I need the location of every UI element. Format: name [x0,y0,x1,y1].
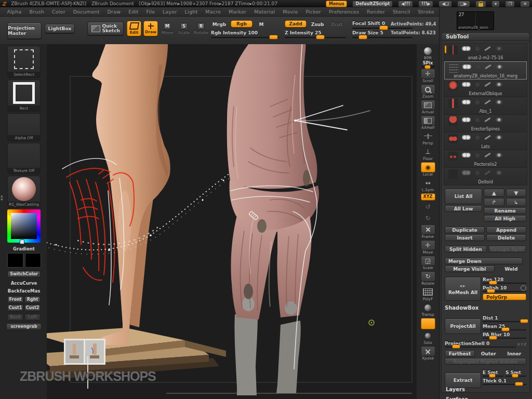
frame-button[interactable]: Frame [421,224,435,239]
subtool-down-icon[interactable]: ▼ [506,189,527,197]
zscript-prev-icon[interactable]: ◀!!! [398,1,413,7]
brush-selector[interactable]: SelectRect [7,46,41,78]
duplicate-button[interactable]: Duplicate [445,227,485,233]
brush-icon[interactable] [484,82,491,87]
polish-slider[interactable]: Polish 10 [483,285,526,292]
surface-palette-header[interactable]: Surface [446,396,468,399]
layers-palette-header[interactable]: Layers [446,387,465,392]
scale-3d-button[interactable]: ◲ Scale [421,256,435,270]
menu-alpha[interactable]: Alpha [3,9,25,15]
uv-icon[interactable] [475,171,480,175]
slider-handle[interactable] [520,319,528,323]
menu-stencil[interactable]: Stencil [389,9,415,15]
spix-slider[interactable]: SPix [421,61,435,68]
s-smt-slider[interactable]: S Smt [506,370,526,377]
subtool-row-selected[interactable]: anatomyZB_skeleton_16_merg [444,61,527,79]
list-all-button[interactable]: List All [445,189,482,204]
projection-master-button[interactable]: Projection Master [7,22,42,39]
brush-icon[interactable] [484,170,491,175]
menu-material[interactable]: Material [250,9,279,15]
polypaint-icon[interactable] [462,82,471,87]
lsym-button[interactable]: ↔ L.Sym [421,178,435,192]
menu-render[interactable]: Render [363,9,389,15]
lock-icon[interactable] [475,1,486,7]
dist-slider[interactable]: Dist 1 [483,315,526,322]
xpose-button[interactable]: Xpose [421,346,435,361]
polypaint-icon[interactable] [462,170,471,175]
color-picker[interactable] [7,209,41,243]
polypaint-icon[interactable] [462,46,471,51]
subtool-up-icon[interactable]: ▲ [484,189,504,197]
subtool-row[interactable]: Abs_1 [444,97,527,115]
polypaint-icon[interactable] [462,135,471,140]
slider-handle[interactable] [269,35,278,39]
rotate-button[interactable]: R Rotate [193,21,209,36]
eye-icon[interactable] [496,64,503,69]
local-button[interactable]: ◉ Local [421,162,435,177]
e-smt-slider[interactable]: E Smt [483,370,503,377]
restore-button[interactable]: ❐ [505,1,515,7]
slider-handle[interactable] [501,327,510,331]
menu-brush[interactable]: Brush [25,9,48,15]
right-view-button[interactable]: Rght [24,296,41,303]
eye-icon[interactable] [496,117,502,122]
thick-slider[interactable]: Thick 0.1 [483,378,526,385]
shadowbox-button[interactable]: ShadowBox [445,305,526,311]
left-view-button[interactable]: Left [24,314,41,321]
spix-track[interactable] [421,66,435,68]
extract-button[interactable]: Extract [445,373,481,388]
material-selector[interactable]: RS_WaxCasting [7,176,41,208]
outer-button[interactable]: Outer [476,350,501,357]
brush-icon[interactable] [484,135,491,140]
aahalf-button[interactable]: AAHalf [421,115,435,130]
split-hidden-button[interactable]: Split Hidden [445,246,487,252]
all-low-button[interactable]: All Low [445,205,482,212]
edit-button[interactable]: Edit [127,21,141,36]
transp-button[interactable]: Transp [421,302,435,317]
secondary-color-swatch[interactable] [25,253,41,268]
polypaint-icon[interactable] [462,117,471,122]
eye-icon[interactable] [496,170,502,175]
menu-macro[interactable]: Macro [202,9,225,15]
menu-stroke[interactable]: Stroke [414,9,438,15]
menu-draw[interactable]: Draw [103,9,125,15]
eye-icon[interactable] [496,135,502,140]
insert-button[interactable]: Insert [445,234,485,241]
zscript-next-icon[interactable]: !!!▶ [418,1,433,7]
xyz-button[interactable]: XYZ [421,193,435,201]
zadd-button[interactable]: Zadd [285,20,307,28]
inner-button[interactable]: Inner [502,350,526,357]
floor-button[interactable]: ⊥ Floor [421,147,435,161]
brush-icon[interactable] [484,153,491,157]
accu-curve-button[interactable]: AccuCurve [7,281,41,286]
quick-sketch-button[interactable]: Quick Sketch [87,22,124,35]
saturation-value-square[interactable] [11,213,37,239]
slider-handle[interactable] [512,374,518,378]
slider-handle[interactable] [487,289,495,293]
polyframe-button[interactable]: PolyF [421,287,435,301]
front-view-button[interactable]: Front [7,296,23,303]
uv-icon[interactable] [475,100,480,104]
menu-edit[interactable]: Edit [125,9,142,15]
brush-icon[interactable] [485,64,491,69]
m-button[interactable]: M [257,21,266,28]
uv-icon[interactable] [475,118,480,122]
menu-picker[interactable]: Picker [302,9,325,15]
merge-down-button[interactable]: Merge Down [445,258,523,264]
stroke-selector[interactable]: Rect [7,79,41,112]
uv-icon[interactable] [475,47,480,51]
zoom-button[interactable]: Zoom [421,84,435,99]
menu-document[interactable]: Document [69,9,103,15]
slider-handle[interactable] [358,35,367,39]
polygrp-button[interactable]: PolyGrp [483,294,526,300]
rotate-3d-button[interactable]: ↻ Rotate [421,271,435,286]
bpr-button[interactable]: BPR [421,46,435,60]
move-up-stack-icon[interactable]: ↱ [484,198,504,206]
move-3d-button[interactable]: ✛ Move [421,240,435,255]
paste-document-icon[interactable]: ❏▶ [457,1,470,7]
eye-icon[interactable] [496,82,502,87]
persp-button[interactable]: Persp [421,131,435,145]
subtool-row[interactable]: ExternalOblique [444,79,527,97]
scroll-button[interactable]: ✛ Scroll [421,69,435,83]
main-color-swatch[interactable] [7,253,23,268]
